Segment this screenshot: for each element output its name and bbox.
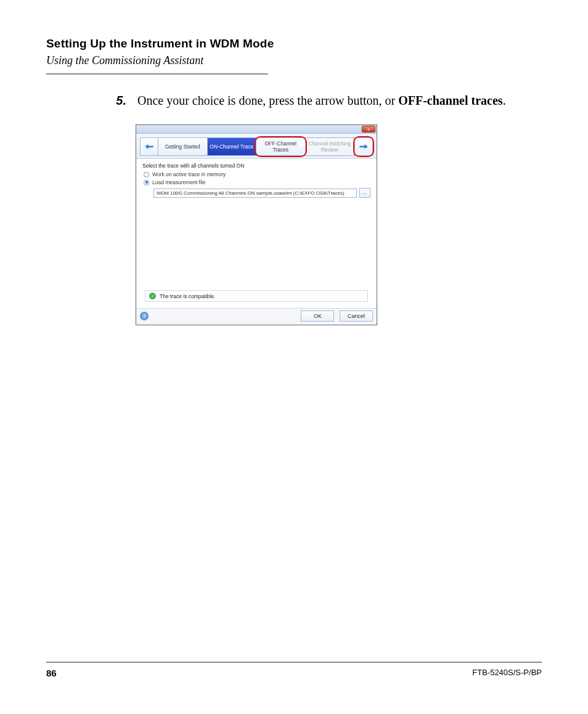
check-icon: ✓ — [149, 293, 156, 299]
section-title: Setting Up the Instrument in WDM Mode — [46, 37, 542, 51]
tab-getting-started[interactable]: Getting Started — [158, 137, 208, 156]
help-icon[interactable]: ? — [140, 312, 149, 320]
tab-channel-matching-review[interactable]: Channel Matching Review — [306, 137, 355, 156]
tab-off-channel-traces[interactable]: OFF-Channel Traces — [256, 137, 306, 156]
instruction-text: Select the trace with all channels turne… — [142, 163, 370, 169]
close-icon: x — [367, 126, 370, 132]
tab-on-channel-trace[interactable]: ON-Channel Trace — [208, 137, 257, 156]
model-number: FTB-5240S/S-P/BP — [472, 668, 542, 678]
wizard-nav: Getting Started ON-Channel Trace OFF-Cha… — [136, 134, 377, 159]
step-number: 5. — [114, 92, 126, 110]
back-arrow-button[interactable] — [140, 137, 158, 156]
commissioning-dialog: x Getting Started ON-Channel Trace OFF-C… — [136, 124, 377, 325]
radio-icon — [144, 180, 149, 185]
dialog-titlebar[interactable]: x — [136, 125, 377, 134]
page-number: 86 — [46, 668, 57, 678]
next-arrow-button[interactable] — [354, 137, 373, 156]
page-footer: 86 FTB-5240S/S-P/BP — [46, 662, 542, 678]
header-rule — [46, 73, 268, 75]
radio-icon — [144, 172, 149, 177]
cancel-button[interactable]: Cancel — [340, 310, 373, 322]
arrow-right-icon — [359, 143, 369, 150]
radio-work-active[interactable]: Work on active trace in memory — [144, 171, 370, 177]
step-5: 5. Once your choice is done, press the a… — [114, 92, 542, 110]
ok-button[interactable]: OK — [301, 310, 334, 322]
status-box: ✓ The trace is compatible. — [145, 290, 368, 302]
close-button[interactable]: x — [362, 126, 375, 132]
step-text: Once your choice is done, press the arro… — [137, 92, 506, 110]
browse-button[interactable]: ... — [359, 188, 370, 198]
file-path-field[interactable]: WDM 100G Commissioning All Channels ON s… — [153, 189, 357, 198]
status-text: The trace is compatible. — [160, 293, 215, 299]
footer-rule — [46, 662, 542, 663]
radio-load-file[interactable]: Load measurement file — [144, 179, 370, 185]
arrow-left-icon — [144, 143, 154, 150]
section-subtitle: Using the Commissioning Assistant — [46, 54, 542, 67]
